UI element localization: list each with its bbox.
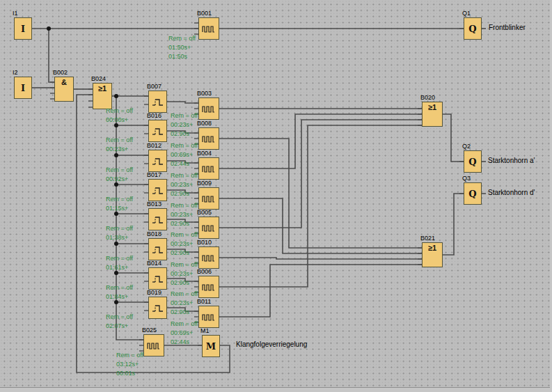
- block-I2[interactable]: I: [14, 77, 32, 99]
- param-line: Rem = off: [171, 111, 198, 120]
- block-parameters: Rem = off01:15s+: [106, 195, 133, 213]
- pulse-generator-icon: [202, 223, 216, 233]
- block-label: B021: [420, 235, 435, 242]
- param-line: 00:23s+: [171, 210, 198, 219]
- junction-dot: [47, 26, 51, 31]
- param-line: 02:90s: [171, 219, 198, 228]
- wire: [219, 258, 422, 259]
- param-line: 02:44s: [171, 159, 198, 168]
- block-Q3[interactable]: Q: [464, 182, 482, 205]
- param-line: 00:23s+: [171, 240, 198, 249]
- wire: [167, 102, 198, 103]
- fbd-canvas[interactable]: II1II2&B002≥1B024B007B016B012B017B013B01…: [0, 0, 552, 392]
- param-line: 02:90s: [171, 279, 198, 288]
- block-B003[interactable]: [198, 97, 219, 120]
- output-symbol: Q: [468, 189, 476, 199]
- block-label: B025: [142, 327, 157, 334]
- block-label: B020: [420, 94, 435, 101]
- pulse-generator-icon: [202, 312, 216, 322]
- block-B016[interactable]: [148, 120, 167, 142]
- on-delay-icon: [152, 244, 164, 254]
- param-line: Rem = off: [106, 254, 133, 263]
- block-label: B016: [147, 112, 161, 119]
- block-B017[interactable]: [148, 179, 167, 201]
- block-B012[interactable]: [148, 150, 167, 172]
- block-B008[interactable]: [198, 127, 219, 150]
- block-parameters: Rem = off01:50s+01:50s: [168, 34, 196, 61]
- param-line: 02:44s: [171, 338, 198, 347]
- block-parameters: Rem = off00:23s+02:90s: [171, 260, 198, 288]
- block-B013[interactable]: [148, 208, 167, 230]
- block-parameters: Rem = off00:69s+02:44s: [171, 320, 198, 347]
- param-line: Rem = off: [106, 136, 133, 145]
- block-label: M1: [200, 327, 210, 334]
- pulse-generator-icon: [202, 194, 216, 203]
- block-parameters: Rem = off00:23s+02:90s: [171, 111, 198, 139]
- block-label: B003: [197, 90, 212, 97]
- block-label: B010: [197, 239, 212, 246]
- block-Q1[interactable]: Q: [464, 17, 482, 40]
- block-label: Q3: [462, 175, 471, 182]
- block-parameters: Rem = off00:23s+02:90s: [171, 230, 198, 258]
- block-B020[interactable]: ≥1: [422, 102, 443, 127]
- on-delay-icon: [152, 156, 164, 166]
- param-line: Rem = off: [116, 351, 143, 360]
- block-B011[interactable]: [198, 306, 219, 328]
- wire: [219, 114, 422, 168]
- block-label: Q2: [462, 143, 471, 150]
- block-B024[interactable]: ≥1: [93, 83, 112, 109]
- param-line: 00:23s+: [106, 145, 133, 154]
- param-line: Rem = off: [168, 34, 196, 43]
- block-B001[interactable]: [198, 17, 219, 40]
- block-B009[interactable]: [198, 187, 219, 210]
- q3-output-label: Starktonhorn d': [488, 189, 535, 196]
- wire: [219, 125, 422, 287]
- block-B007[interactable]: [148, 91, 167, 113]
- block-B014[interactable]: [148, 267, 167, 290]
- on-delay-icon: [152, 126, 164, 136]
- on-delay-icon: [152, 274, 164, 283]
- param-line: 01:50s+: [168, 43, 196, 52]
- block-label: B007: [147, 83, 161, 90]
- wire: [219, 120, 422, 228]
- param-line: 01:38s+: [106, 233, 133, 242]
- block-B002[interactable]: &: [54, 77, 74, 102]
- block-B005[interactable]: [198, 217, 219, 239]
- block-label: B008: [197, 120, 212, 127]
- block-B021[interactable]: ≥1: [422, 242, 443, 267]
- m1-comment-label: Klangfolgeverriegelung: [236, 340, 307, 348]
- block-label: B001: [197, 10, 212, 17]
- wire: [443, 194, 464, 255]
- q2-output-label: Starktonhorn a': [488, 157, 535, 164]
- param-line: 02:90s: [171, 189, 198, 198]
- on-delay-icon: [152, 303, 164, 313]
- block-B019[interactable]: [148, 297, 167, 319]
- block-M1[interactable]: M: [202, 335, 220, 357]
- block-B006[interactable]: [198, 276, 219, 298]
- block-label: B013: [147, 201, 161, 207]
- and-gate-symbol: &: [61, 78, 67, 86]
- block-label: I1: [13, 10, 18, 17]
- block-I1[interactable]: I: [14, 17, 32, 40]
- on-delay-icon: [152, 214, 164, 224]
- block-label: I2: [13, 69, 18, 76]
- or-gate-symbol: ≥1: [98, 84, 107, 93]
- block-B018[interactable]: [148, 238, 167, 260]
- param-line: Rem = off: [106, 195, 133, 204]
- param-line: Rem = off: [171, 320, 198, 329]
- param-line: Rem = off: [171, 171, 198, 180]
- block-B004[interactable]: [198, 157, 219, 180]
- block-label: B018: [147, 230, 161, 237]
- or-gate-symbol: ≥1: [428, 103, 436, 111]
- param-line: 00:01s: [116, 369, 143, 378]
- block-parameters: Rem = off00:23s+02:90s: [171, 290, 198, 317]
- on-delay-icon: [152, 97, 164, 107]
- param-line: Rem = off: [106, 313, 133, 322]
- block-parameters: Rem = off00:23s+: [106, 136, 133, 154]
- block-B025[interactable]: [143, 334, 164, 356]
- param-line: 00:69s+: [171, 329, 198, 338]
- block-B010[interactable]: [198, 246, 219, 269]
- wire: [219, 265, 422, 317]
- param-line: Rem = off: [171, 230, 198, 240]
- block-Q2[interactable]: Q: [464, 150, 482, 173]
